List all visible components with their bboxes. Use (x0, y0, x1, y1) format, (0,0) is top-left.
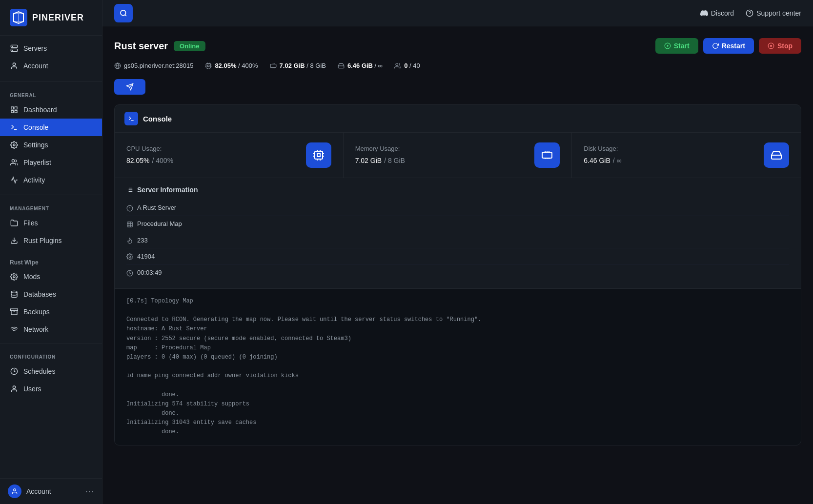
support-icon (746, 9, 753, 17)
info-seed: 233 (137, 237, 148, 244)
sidebar-item-account-label: Account (23, 62, 48, 70)
info-uptime: 00:03:49 (137, 269, 162, 276)
cpu-metric-label: CPU Usage: (126, 145, 173, 152)
sidebar-item-activity[interactable]: Activity (0, 171, 102, 189)
console-card: Console CPU Usage: 82.05% / 400% (114, 104, 801, 445)
server-info-section: Server Information A Rust Server Procedu… (115, 178, 801, 288)
rust-wipe-label: Rust Wipe (0, 254, 102, 268)
sidebar-item-servers[interactable]: Servers (0, 40, 102, 57)
console-log: [0.7s] Topology Map Connected to RCON. G… (115, 289, 801, 445)
topbar-links: Discord Support center (700, 9, 801, 17)
stop-icon (768, 42, 774, 49)
fire-icon (126, 236, 133, 244)
sidebar-item-backups[interactable]: Backups (0, 303, 102, 321)
page-content: Rust server Online Start Restart Stop (102, 26, 813, 504)
stat-cpu: 82.05% / 400% (205, 61, 258, 69)
discord-link[interactable]: Discord (700, 9, 734, 17)
svg-rect-50 (317, 154, 320, 157)
activity-icon (10, 176, 19, 184)
start-label: Start (674, 42, 690, 50)
sidebar-item-console[interactable]: Console (0, 119, 102, 136)
send-button[interactable] (114, 79, 145, 95)
address-icon (114, 61, 121, 69)
support-label: Support center (756, 9, 801, 17)
svg-point-15 (11, 291, 17, 293)
server-players: 0 / 40 (404, 62, 420, 69)
sidebar-item-servers-label: Servers (23, 44, 47, 52)
account-avatar (8, 484, 21, 498)
svg-rect-6 (11, 107, 14, 109)
info-server-name: A Rust Server (137, 204, 176, 211)
stat-players: 0 / 40 (394, 61, 420, 69)
disk-metric-icon (764, 142, 789, 168)
sidebar-item-schedules[interactable]: Schedules (0, 363, 102, 380)
memory-metric-value: 7.02 GiB / 8 GiB (355, 155, 405, 165)
restart-button[interactable]: Restart (703, 38, 754, 54)
cpu-stat-icon (205, 61, 212, 69)
server-info-title: Server Information (126, 186, 789, 194)
settings-icon (10, 141, 19, 149)
users-icon (10, 158, 19, 167)
start-button[interactable]: Start (655, 38, 698, 54)
map-icon (126, 220, 133, 228)
grid-icon (10, 105, 19, 114)
sidebar-item-databases[interactable]: Databases (0, 285, 102, 303)
svg-marker-27 (667, 45, 669, 47)
users2-icon (10, 384, 19, 393)
sidebar-item-mods[interactable]: Mods (0, 268, 102, 285)
search-button[interactable] (114, 4, 133, 22)
metric-disk: Disk Usage: 6.46 GiB / ∞ (572, 133, 801, 178)
stop-label: Stop (777, 42, 793, 50)
support-link[interactable]: Support center (746, 9, 801, 17)
database-icon (10, 290, 19, 299)
memory-metric-icon (534, 142, 560, 168)
metric-memory: Memory Usage: 7.02 GiB / 8 GiB (344, 133, 572, 178)
svg-point-11 (13, 144, 15, 146)
server-disk: 6.46 GiB / ∞ (347, 62, 383, 69)
svg-rect-33 (208, 65, 210, 67)
svg-rect-59 (542, 152, 552, 158)
sidebar-item-network[interactable]: Network (0, 321, 102, 338)
svg-rect-7 (15, 107, 17, 109)
info-row-name: A Rust Server (126, 200, 789, 216)
disk-metric-label: Disk Usage: (584, 145, 621, 152)
console-card-header: Console (115, 105, 801, 133)
terminal-icon (10, 123, 19, 132)
sidebar-item-files[interactable]: Files (0, 214, 102, 232)
svg-point-45 (396, 63, 398, 66)
sidebar-item-settings-label: Settings (23, 141, 48, 149)
download-icon (10, 236, 19, 245)
sidebar-item-playerlist[interactable]: Playerlist (0, 154, 102, 171)
sidebar-item-dashboard[interactable]: Dashboard (0, 101, 102, 119)
clock-icon (10, 367, 19, 376)
svg-rect-29 (770, 45, 772, 47)
server-header: Rust server Online Start Restart Stop (114, 38, 801, 54)
sidebar-item-rust-plugins[interactable]: Rust Plugins (0, 232, 102, 249)
list-icon (126, 186, 133, 193)
sidebar-item-mods-label: Mods (23, 273, 40, 281)
sidebar-configuration-section: CONFIGURATION Schedules Users (0, 346, 102, 401)
archive-icon (10, 307, 19, 316)
svg-point-22 (121, 10, 126, 16)
stat-address: gs05.pineriver.net:28015 (114, 61, 193, 69)
disk-stat-icon (338, 61, 345, 69)
memory-metric-label: Memory Usage: (355, 145, 405, 152)
logo: PINERIVER (0, 0, 102, 36)
sidebar-item-account-top[interactable]: Account (0, 57, 102, 75)
server-name: Rust server (114, 40, 168, 52)
account-menu-icon[interactable]: ··· (85, 486, 94, 497)
sidebar-item-settings[interactable]: Settings (0, 136, 102, 154)
sidebar-item-users[interactable]: Users (0, 380, 102, 398)
server-cpu: 82.05% / 400% (215, 62, 258, 69)
info-row-uptime: 00:03:49 (126, 264, 789, 280)
management-section-label: MANAGEMENT (0, 206, 102, 214)
stat-disk: 6.46 GiB / ∞ (338, 61, 383, 69)
stop-button[interactable]: Stop (759, 38, 801, 54)
restart-label: Restart (722, 42, 745, 50)
info-row-worldsize: 41904 (126, 248, 789, 264)
sidebar-item-console-label: Console (23, 123, 48, 131)
sidebar-general-section: GENERAL Dashboard Console Settings Playe… (0, 85, 102, 192)
sidebar-item-network-label: Network (23, 325, 48, 333)
svg-line-23 (125, 15, 126, 16)
sidebar-item-schedules-label: Schedules (23, 367, 55, 375)
